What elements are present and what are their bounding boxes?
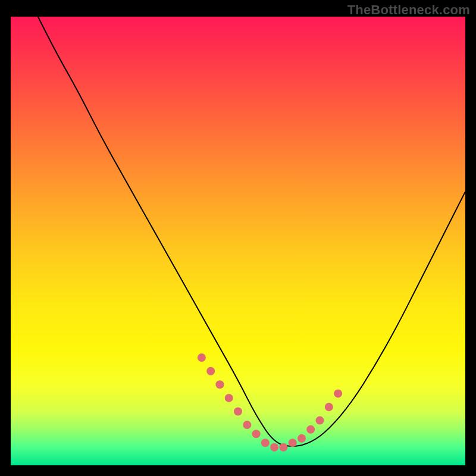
highlight-dot (306, 425, 315, 434)
highlight-dot (325, 403, 333, 411)
highlight-dot (334, 389, 342, 397)
highlight-dot (243, 421, 251, 429)
highlight-dot (234, 408, 242, 416)
highlight-dot (270, 443, 278, 452)
highlight-dot (289, 439, 297, 447)
chart-stage: TheBottleneck.com (0, 0, 476, 476)
highlight-dot (206, 367, 215, 375)
bottleneck-curve (38, 17, 465, 446)
curve-layer (11, 17, 465, 465)
highlight-dot (252, 430, 261, 438)
highlight-dot (316, 416, 324, 425)
near-optimal-dots (198, 353, 342, 452)
highlight-dot (215, 380, 224, 389)
highlight-dot (225, 394, 233, 402)
watermark-text: TheBottleneck.com (347, 2, 470, 18)
highlight-dot (279, 443, 287, 452)
highlight-dot (298, 434, 306, 443)
highlight-dot (261, 439, 270, 447)
highlight-dot (198, 353, 206, 362)
plot-area (11, 17, 465, 465)
